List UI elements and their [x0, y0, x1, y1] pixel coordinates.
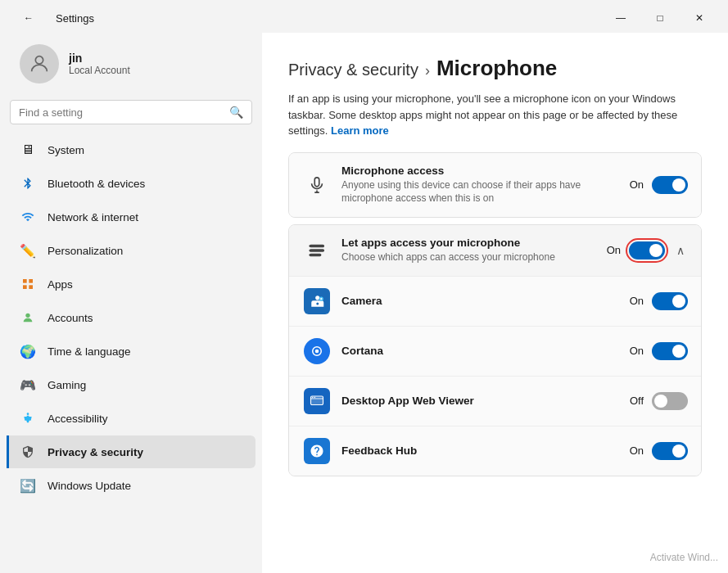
let-apps-text: Let apps access your microphone Choose w… [332, 237, 607, 264]
window-controls: — □ ✕ [602, 5, 718, 31]
svg-rect-4 [29, 285, 33, 289]
svg-rect-7 [314, 178, 319, 187]
sidebar-item-privacy[interactable]: Privacy & security [7, 435, 255, 468]
page-description: If an app is using your microphone, you'… [288, 91, 702, 139]
let-apps-control: On ∧ [607, 241, 688, 259]
sidebar-item-accounts[interactable]: Accounts [7, 301, 255, 334]
svg-point-21 [312, 397, 314, 399]
sidebar-nav: 🖥 System Bluetooth & devices Network & i… [0, 133, 262, 503]
cortana-row: Cortana On [289, 327, 701, 377]
microphone-icon [302, 176, 332, 194]
camera-row: Camera On [289, 277, 701, 327]
let-apps-title: Let apps access your microphone [341, 237, 597, 249]
windows-update-icon: 🔄 [20, 477, 36, 494]
back-button[interactable]: ← [10, 5, 47, 31]
sidebar-item-label: Network & internet [47, 211, 138, 223]
svg-point-5 [25, 314, 29, 318]
cortana-toggle[interactable] [652, 342, 688, 360]
sidebar-item-time[interactable]: 🌍 Time & language [7, 335, 255, 368]
maximize-button[interactable]: □ [641, 5, 679, 31]
desktop-app-text: Desktop App Web Viewer [332, 395, 630, 407]
microphone-access-desc: Anyone using this device can choose if t… [341, 178, 620, 206]
sidebar-item-windows-update[interactable]: 🔄 Windows Update [7, 469, 255, 502]
microphone-access-toggle-label: On [630, 178, 644, 191]
toggle-thumb [672, 444, 685, 458]
camera-toggle-label: On [630, 295, 644, 307]
sidebar-item-label: Apps [47, 278, 73, 291]
svg-rect-9 [310, 250, 324, 251]
learn-more-link[interactable]: Learn more [331, 124, 389, 137]
breadcrumb: Privacy & security › Microphone [288, 56, 702, 81]
svg-point-13 [309, 254, 311, 256]
sidebar-item-accessibility[interactable]: Accessibility [7, 402, 255, 435]
let-apps-toggle-label: On [607, 244, 621, 256]
sidebar-item-system[interactable]: 🖥 System [7, 133, 255, 166]
let-apps-card: Let apps access your microphone Choose w… [288, 224, 702, 476]
gaming-icon: 🎮 [20, 377, 36, 393]
minimize-button[interactable]: — [602, 5, 640, 31]
svg-rect-10 [310, 255, 321, 256]
svg-point-6 [27, 413, 29, 415]
svg-point-12 [309, 250, 311, 252]
let-apps-toggle[interactable] [629, 241, 665, 259]
toggle-thumb [672, 295, 685, 308]
sidebar-item-network[interactable]: Network & internet [7, 201, 255, 233]
sidebar: jin Local Account 🔍 🖥 System Bluetooth &… [0, 33, 262, 573]
apps-list-icon [302, 241, 332, 259]
feedback-hub-control: On [630, 442, 688, 460]
sidebar-item-bluetooth[interactable]: Bluetooth & devices [7, 167, 255, 200]
privacy-icon [20, 444, 36, 460]
search-input[interactable] [19, 106, 223, 119]
feedback-hub-icon [302, 438, 332, 464]
sidebar-item-label: Accessibility [47, 413, 108, 425]
microphone-access-title: Microphone access [341, 165, 620, 177]
sidebar-item-gaming[interactable]: 🎮 Gaming [7, 368, 255, 401]
microphone-access-row: Microphone access Anyone using this devi… [289, 153, 701, 218]
let-apps-desc: Choose which apps can access your microp… [341, 250, 597, 264]
title-bar-left: ← Settings [10, 5, 94, 31]
app-title: Settings [56, 12, 94, 25]
sidebar-item-label: Accounts [47, 312, 93, 324]
feedback-hub-toggle-label: On [630, 444, 644, 457]
toggle-thumb [672, 178, 685, 192]
apps-icon [20, 276, 36, 292]
sidebar-item-label: Gaming [47, 379, 86, 391]
svg-rect-3 [23, 285, 27, 289]
sidebar-item-apps[interactable]: Apps [7, 268, 255, 300]
svg-point-0 [35, 56, 43, 64]
breadcrumb-separator: › [425, 62, 430, 79]
camera-app-icon [302, 288, 332, 314]
svg-point-17 [315, 350, 319, 354]
page-title: Microphone [436, 56, 557, 81]
let-apps-chevron[interactable]: ∧ [673, 242, 688, 259]
feedback-hub-toggle[interactable] [652, 442, 688, 460]
svg-rect-8 [310, 246, 324, 247]
desktop-app-title: Desktop App Web Viewer [341, 395, 620, 407]
cortana-app-title: Cortana [341, 345, 620, 357]
cortana-control: On [630, 342, 688, 360]
camera-toggle[interactable] [652, 292, 688, 310]
desktop-app-toggle[interactable] [652, 392, 688, 410]
feedback-hub-text: Feedback Hub [332, 444, 630, 457]
search-icon: 🔍 [229, 106, 243, 119]
desktop-app-control: Off [630, 392, 688, 410]
search-box: 🔍 [10, 100, 252, 124]
camera-control: On [630, 292, 688, 310]
sidebar-item-personalization[interactable]: ✏️ Personalization [7, 234, 255, 267]
desktop-app-toggle-label: Off [630, 395, 644, 407]
microphone-access-toggle[interactable] [652, 176, 688, 194]
camera-app-text: Camera [332, 295, 630, 307]
sidebar-item-label: Bluetooth & devices [47, 178, 145, 190]
feedback-hub-row: Feedback Hub On [289, 426, 701, 476]
breadcrumb-parent: Privacy & security [288, 61, 418, 79]
close-button[interactable]: ✕ [681, 5, 718, 31]
sidebar-item-label: Personalization [47, 245, 123, 257]
microphone-access-control: On [630, 176, 688, 194]
svg-point-11 [309, 245, 311, 247]
user-info: jin Local Account [69, 52, 130, 76]
system-icon: 🖥 [20, 142, 36, 158]
app-body: jin Local Account 🔍 🖥 System Bluetooth &… [0, 33, 728, 573]
camera-app-title: Camera [341, 295, 620, 307]
user-profile[interactable]: jin Local Account [7, 33, 255, 95]
time-icon: 🌍 [20, 343, 36, 359]
